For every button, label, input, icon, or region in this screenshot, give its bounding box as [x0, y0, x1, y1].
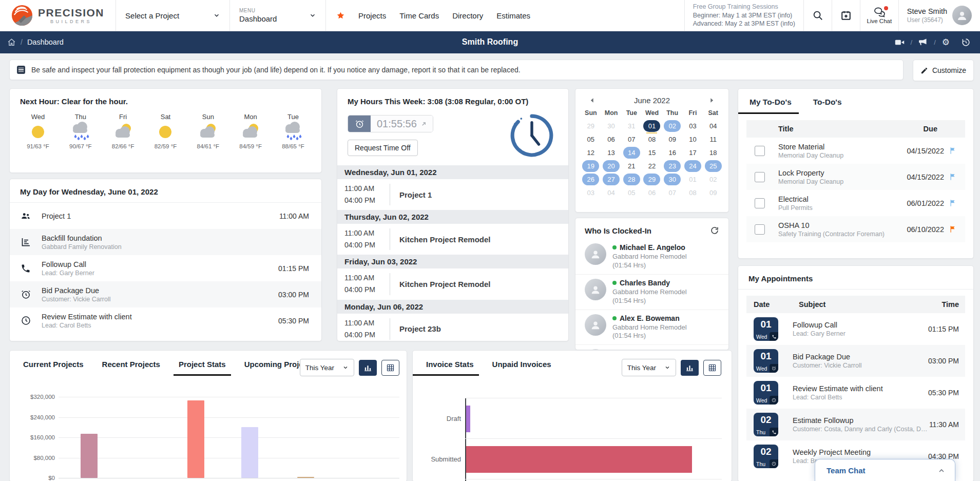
calendar-day[interactable]: 14	[621, 146, 642, 159]
todo-row[interactable]: Store MaterialMemorial Day Cleanup04/15/…	[746, 138, 965, 164]
chevron-up-icon[interactable]	[937, 467, 955, 475]
todo-row[interactable]: Lock PropertyMemorial Day Cleanup04/15/2…	[746, 164, 965, 190]
refresh-icon[interactable]	[710, 226, 719, 235]
my-day-item[interactable]: Followup CallLead: Gary Berner01:15 PM	[10, 255, 321, 281]
table-view-button[interactable]	[381, 360, 399, 376]
calendar-day[interactable]: 17	[683, 146, 703, 159]
calendar-day[interactable]: 03	[683, 120, 703, 132]
appointment-row[interactable]: 02ThuEstimate FollowupCustomer: Costa, D…	[746, 409, 965, 440]
nav-link-directory[interactable]: Directory	[452, 11, 483, 20]
user-menu[interactable]: Steve Smith User (35647)	[898, 0, 980, 31]
calendar-day[interactable]: 23	[662, 160, 683, 172]
table-view-button[interactable]	[703, 360, 721, 376]
calendar-day[interactable]: 02	[703, 173, 723, 186]
calendar-day[interactable]: 28	[621, 173, 642, 186]
calendar-day[interactable]: 19	[581, 160, 601, 172]
my-day-item[interactable]: Bid Package DueCustomer: Vickie Carroll0…	[10, 281, 321, 307]
calendar-day[interactable]: 20	[601, 160, 622, 172]
calendar-day[interactable]: 26	[581, 173, 601, 186]
calendar-day[interactable]: 06	[601, 133, 622, 146]
calendar-day[interactable]: 01	[642, 120, 662, 132]
calendar-day[interactable]: 15	[642, 146, 662, 159]
history-icon[interactable]	[961, 37, 971, 47]
my-day-item[interactable]: Project 111:00 AM	[10, 203, 321, 229]
nav-link-estimates[interactable]: Estimates	[496, 11, 530, 20]
weather-card: Next Hour: Clear for the hour. Wed91/63 …	[9, 88, 322, 173]
arrow-up-right-icon[interactable]	[421, 121, 427, 127]
calendar-day[interactable]: 07	[662, 186, 683, 199]
calendar-day[interactable]: 21	[621, 160, 642, 172]
nav-link-projects[interactable]: Projects	[358, 11, 386, 20]
nav-link-time-cards[interactable]: Time Cards	[399, 11, 439, 20]
customize-button[interactable]: Customize	[913, 60, 974, 81]
appointment-row[interactable]: 01WedBid Package DueCustomer: Vickie Car…	[746, 345, 965, 377]
calendar-day[interactable]: 05	[581, 133, 601, 146]
time-clock-widget[interactable]: 01:55:56	[348, 115, 433, 132]
team-chat-dock[interactable]: Team Chat	[815, 459, 955, 481]
chart-tab-unpaid-invoices[interactable]: Unpaid Invoices	[492, 360, 551, 376]
calendar-day[interactable]: 08	[683, 186, 703, 199]
appointment-row[interactable]: 01WedReview Estimate with clientLead: Ca…	[746, 377, 965, 409]
chart-tab-upcoming-projec[interactable]: Upcoming Projec	[244, 360, 308, 376]
appointment-row[interactable]: 01WedFollowup CallLead: Gary Berner01:15…	[746, 313, 965, 345]
todo-row[interactable]: OSHA 10Safety Training (Contractor Forem…	[746, 216, 965, 242]
chart-tab-invoice-stats[interactable]: Invoice Stats	[426, 360, 474, 376]
search-button[interactable]	[803, 0, 832, 31]
calendar-day[interactable]: 16	[662, 146, 683, 159]
calendar-day[interactable]: 08	[642, 133, 662, 146]
calendar-day[interactable]: 22	[642, 160, 662, 172]
calendar-day[interactable]: 31	[621, 120, 642, 132]
todo-checkbox[interactable]	[755, 198, 765, 208]
calendar-day[interactable]: 10	[683, 133, 703, 146]
todo-tab-1[interactable]: To-Do's	[813, 98, 842, 114]
calendar-day[interactable]: 09	[662, 133, 683, 146]
calendar-day[interactable]: 29	[642, 173, 662, 186]
calendar-day[interactable]: 12	[581, 146, 601, 159]
calendar-day[interactable]: 24	[683, 160, 703, 172]
calendar-day[interactable]: 30	[601, 120, 622, 132]
menu-dropdown[interactable]: MENU Dashboard	[230, 0, 326, 31]
calendar-day[interactable]: 09	[703, 186, 723, 199]
calendar-next-icon[interactable]	[708, 97, 715, 104]
calendar-day[interactable]: 18	[703, 146, 723, 159]
calendar-day[interactable]: 27	[601, 173, 622, 186]
calendar-day[interactable]: 29	[581, 120, 601, 132]
live-chat-button[interactable]: Live Chat	[860, 0, 898, 31]
todo-checkbox[interactable]	[755, 172, 765, 182]
appointment-dow: Thu	[754, 429, 765, 435]
todo-tab-0[interactable]: My To-Do's	[750, 98, 792, 114]
brand-logo[interactable]: PRECISION BUILDERS	[0, 0, 116, 31]
calendar-button[interactable]	[832, 0, 860, 31]
video-camera-icon[interactable]	[895, 39, 905, 46]
request-time-off-button[interactable]: Request Time Off	[348, 140, 418, 156]
calendar-day[interactable]: 06	[642, 186, 662, 199]
calendar-day[interactable]: 07	[621, 133, 642, 146]
calendar-day[interactable]: 04	[703, 120, 723, 132]
calendar-day[interactable]: 11	[703, 133, 723, 146]
my-day-item[interactable]: Backfill foundationGabbard Family Renova…	[10, 229, 321, 255]
chart-tab-recent-projects[interactable]: Recent Projects	[102, 360, 160, 376]
gear-icon[interactable]: ⚙	[942, 38, 950, 47]
calendar-day[interactable]: 03	[581, 186, 601, 199]
calendar-day[interactable]: 05	[621, 186, 642, 199]
chart-view-button[interactable]	[359, 360, 377, 376]
my-day-item[interactable]: Review Estimate with clientLead: Carol B…	[10, 307, 321, 334]
todo-checkbox[interactable]	[755, 146, 765, 156]
calendar-day[interactable]: 13	[601, 146, 622, 159]
project-select-dropdown[interactable]: Select a Project	[116, 0, 230, 31]
chart-tab-current-projects[interactable]: Current Projects	[23, 360, 84, 376]
calendar-day[interactable]: 25	[703, 160, 723, 172]
calendar-prev-icon[interactable]	[589, 97, 595, 104]
megaphone-icon[interactable]	[918, 38, 928, 46]
calendar-day[interactable]: 30	[662, 173, 683, 186]
chart-tab-project-stats[interactable]: Project Stats	[179, 360, 226, 376]
calendar-day[interactable]: 01	[683, 173, 703, 186]
person-project: Gabbard Home Remodel(01:54 Hrs)	[612, 253, 687, 270]
todo-checkbox[interactable]	[755, 224, 765, 235]
calendar-day[interactable]: 02	[662, 120, 683, 132]
chart-view-button[interactable]	[681, 360, 699, 376]
period-select[interactable]: This Year	[622, 359, 676, 376]
period-select[interactable]: This Year	[300, 359, 354, 376]
calendar-day[interactable]: 04	[601, 186, 622, 199]
todo-row[interactable]: ElectricalPull Permits06/01/2022	[746, 190, 965, 216]
